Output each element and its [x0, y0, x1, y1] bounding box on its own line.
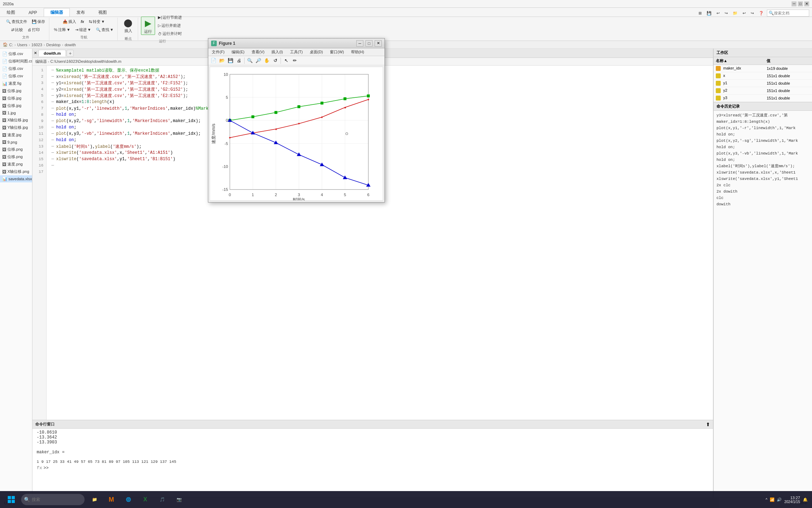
taskbar-excel[interactable]: X — [138, 492, 152, 507]
figure-menu-view[interactable]: 查看(V) — [248, 49, 268, 55]
svg-rect-35 — [12, 496, 15, 499]
file-item-14[interactable]: 🖼 位移.png — [0, 153, 32, 161]
tab-publish[interactable]: 发布 — [70, 8, 92, 17]
cmd-input[interactable] — [50, 466, 709, 471]
file-item-8[interactable]: 🖼 1.jpg — [0, 109, 32, 116]
comment-button[interactable]: % 注释 ▼ — [52, 26, 72, 34]
fig-print-button[interactable]: 🖨 — [235, 57, 243, 65]
file-item-17[interactable]: 📊 savedata.xlsx — [0, 175, 32, 182]
breakpoint-button[interactable]: ⬤ 插入 — [121, 17, 136, 35]
taskbar-search-input[interactable] — [21, 494, 85, 505]
figure-menu-tools[interactable]: 工具(T) — [287, 49, 306, 55]
tab-view[interactable]: 视图 — [92, 8, 113, 17]
workspace-row-y1[interactable]: y1 151x1 double — [714, 80, 812, 87]
breadcrumb-users[interactable]: Users — [17, 43, 27, 47]
figure-menu-edit[interactable]: 编辑(E) — [228, 49, 248, 55]
toolbar-icon-btn-7[interactable]: ↪ — [749, 10, 756, 17]
breadcrumb-user[interactable]: 16023 — [31, 43, 42, 47]
history-content[interactable]: y3=xlsread('第一工况速度.csv','第 maker_idx=1:8… — [714, 111, 812, 497]
minimize-button[interactable]: ─ — [792, 1, 796, 6]
insert-button[interactable]: 📥 插入 — [61, 18, 78, 25]
run-section-advance-button[interactable]: ▶| 运行节前进 — [156, 14, 184, 21]
col-name-header[interactable]: 名称▲ — [714, 57, 764, 65]
file-item-11[interactable]: 🖼 速度.jpg — [0, 131, 32, 139]
file-item-9[interactable]: 🖼 X轴位移.jpg — [0, 116, 32, 124]
run-advance-button[interactable]: ▷ 运行并前进 — [156, 22, 184, 29]
start-button[interactable] — [4, 492, 18, 507]
file-item-16[interactable]: 🖼 X轴位移.png — [0, 168, 32, 175]
file-item-6[interactable]: 🖼 位移.jpg — [0, 95, 32, 102]
file-item-15[interactable]: 🖼 速度.png — [0, 161, 32, 168]
fig-open-button[interactable]: 📂 — [218, 57, 226, 65]
fig-zoom-in-button[interactable]: 🔍 — [246, 57, 254, 65]
figure-menu-window[interactable]: 窗口(W) — [326, 49, 347, 55]
figure-maximize-button[interactable]: □ — [365, 40, 373, 47]
indent-button[interactable]: ⇥ 缩进 ▼ — [73, 26, 93, 34]
figure-minimize-button[interactable]: ─ — [356, 40, 363, 47]
breadcrumb-c[interactable]: C: — [9, 43, 13, 47]
print-button[interactable]: 🖨 打印 — [26, 26, 42, 34]
fx-button[interactable]: fx — [79, 18, 86, 25]
close-button[interactable]: ✕ — [804, 1, 809, 6]
transform-button[interactable]: ⇆ 转变 ▼ — [87, 18, 107, 25]
save-button[interactable]: 💾 保存 — [30, 18, 47, 25]
fig-rotate-button[interactable]: ↺ — [271, 57, 279, 65]
breadcrumb-desktop[interactable]: Desktop — [46, 43, 60, 47]
cmd-content[interactable]: -10.8610 -13.3642 -13.3903 maker_idx = 1… — [32, 429, 713, 498]
tab-draw[interactable]: 绘图 — [0, 8, 22, 17]
toolbar-icon-btn-1[interactable]: ⊞ — [697, 10, 703, 17]
taskbar-explorer[interactable]: 📁 — [87, 492, 102, 507]
fig-zoom-out-button[interactable]: 🔎 — [254, 57, 262, 65]
taskbar-app-6[interactable]: 🎵 — [155, 492, 169, 507]
figure-menu-help[interactable]: 帮助(H) — [347, 49, 368, 55]
file-item-4[interactable]: 📊 速度.fig — [0, 80, 32, 87]
file-item-7[interactable]: 🖼 位移.jpg — [0, 102, 32, 109]
file-item-2[interactable]: 📄 位移.csv — [0, 65, 32, 72]
tab-editor[interactable]: 编辑器 — [44, 8, 70, 17]
maximize-button[interactable]: □ — [798, 1, 803, 6]
find-button[interactable]: 🔍 查找 ▼ — [94, 26, 116, 34]
file-item-5[interactable]: 🖼 位移.jpg — [0, 87, 32, 95]
toolbar-icon-btn-2[interactable]: 💾 — [705, 10, 713, 17]
file-item-0[interactable]: 📄 位移.csv — [0, 50, 32, 58]
editor-close-icon[interactable]: ✕ — [34, 51, 37, 55]
file-item-3[interactable]: 📄 位移.csv — [0, 72, 32, 80]
find-file-button[interactable]: 🔍 查找文件 — [4, 18, 29, 25]
run-time-button[interactable]: ⏱ 运行并计时 — [156, 30, 184, 37]
notification-icon[interactable]: 🔔 — [803, 497, 808, 502]
toolbar-icon-btn-3[interactable]: ↩ — [715, 10, 721, 17]
figure-menu-file[interactable]: 文件(F) — [208, 49, 228, 55]
fig-brush-button[interactable]: ✏ — [291, 57, 299, 65]
breadcrumb-folder[interactable]: dowith — [64, 43, 76, 47]
toolbar-icon-btn-8[interactable]: ❓ — [757, 10, 765, 17]
figure-menu-insert[interactable]: 插入(I) — [268, 49, 286, 55]
tab-app[interactable]: APP — [22, 8, 44, 17]
file-item-13[interactable]: 🖼 位移.png — [0, 146, 32, 153]
editor-tab-main[interactable]: dowith.m — [38, 50, 66, 56]
workspace-row-y2[interactable]: y2 151x1 double — [714, 87, 812, 95]
workspace-row-x[interactable]: x 151x1 double — [714, 72, 812, 80]
add-tab-button[interactable]: + — [67, 50, 74, 57]
run-button[interactable]: ▶ 运行 — [141, 17, 155, 35]
cmd-expand-button[interactable]: ⬆ — [706, 422, 710, 427]
taskbar-app-7[interactable]: 📷 — [172, 492, 186, 507]
taskbar-edge[interactable]: 🌐 — [121, 492, 135, 507]
file-item-12[interactable]: 🖼 9.png — [0, 139, 32, 146]
figure-close-button[interactable]: ✕ — [375, 40, 382, 47]
col-value-header[interactable]: 值 — [764, 57, 812, 65]
file-item-1[interactable]: 📄 位移时间图.csv — [0, 58, 32, 65]
fig-cursor-button[interactable]: ↖ — [282, 57, 290, 65]
fig-save-button[interactable]: 💾 — [227, 57, 234, 65]
taskbar-matlab[interactable]: M — [104, 492, 118, 507]
toolbar-icon-btn-5[interactable]: 📁 — [731, 10, 739, 17]
search-input[interactable] — [774, 11, 806, 15]
toolbar-icon-btn-4[interactable]: ↪ — [723, 10, 730, 17]
figure-menu-desktop[interactable]: 桌面(D) — [306, 49, 326, 55]
compare-button[interactable]: ⇄ 比较 — [10, 26, 25, 34]
toolbar-icon-btn-6[interactable]: ↩ — [741, 10, 748, 17]
file-item-10[interactable]: 🖼 Y轴位移.jpg — [0, 124, 32, 131]
fig-new-button[interactable]: 📄 — [210, 57, 217, 65]
workspace-row-y3[interactable]: y3 151x1 double — [714, 95, 812, 102]
workspace-row-makeridx[interactable]: maker_idx 1x19 double — [714, 65, 812, 72]
fig-pan-button[interactable]: ✋ — [263, 57, 271, 65]
